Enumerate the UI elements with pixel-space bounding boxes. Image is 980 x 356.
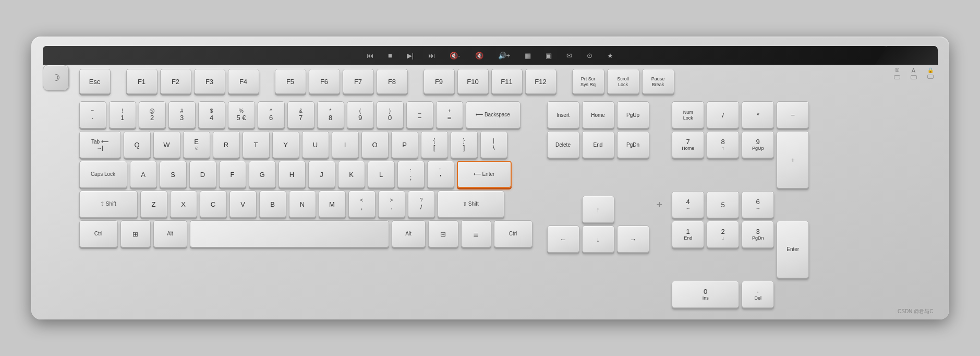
key-num8[interactable]: 8↑ bbox=[707, 131, 739, 158]
key-f1[interactable]: F1 bbox=[126, 69, 158, 94]
key-l[interactable]: L bbox=[368, 161, 395, 188]
key-capslock[interactable]: Caps Lock bbox=[79, 161, 127, 188]
key-0[interactable]: )0 bbox=[377, 101, 404, 128]
key-6[interactable]: ^6 bbox=[258, 101, 285, 128]
key-ctrl-right[interactable]: Ctrl bbox=[494, 220, 533, 247]
key-f10[interactable]: F10 bbox=[457, 69, 489, 94]
key-menu[interactable]: ≣ bbox=[461, 220, 491, 247]
key-f2[interactable]: F2 bbox=[160, 69, 191, 94]
key-f7[interactable]: F7 bbox=[343, 69, 374, 94]
media-next-icon[interactable]: ⏭ bbox=[428, 52, 435, 60]
key-comma[interactable]: <, bbox=[348, 191, 376, 218]
key-prtscr[interactable]: Prt ScrSys Rq bbox=[572, 69, 604, 94]
key-shift-left[interactable]: ⇧ Shift bbox=[79, 191, 138, 218]
key-f12[interactable]: F12 bbox=[525, 69, 556, 94]
key-o[interactable]: O bbox=[361, 131, 389, 158]
key-arrow-down[interactable]: ↓ bbox=[582, 226, 614, 253]
key-alt-right[interactable]: Alt bbox=[392, 220, 426, 247]
key-num1[interactable]: 1End bbox=[672, 221, 704, 248]
key-period[interactable]: >. bbox=[378, 191, 405, 218]
key-shift-right[interactable]: ⇧ Shift bbox=[438, 191, 504, 218]
media-photo-icon[interactable]: ⊙ bbox=[587, 52, 592, 60]
key-num6[interactable]: 6→ bbox=[742, 191, 774, 218]
key-backslash[interactable]: |\ bbox=[480, 131, 507, 158]
key-f4[interactable]: F4 bbox=[228, 69, 259, 94]
key-win-left[interactable]: ⊞ bbox=[120, 220, 151, 247]
key-i[interactable]: I bbox=[332, 131, 359, 158]
key-c[interactable]: C bbox=[200, 191, 227, 218]
key-e[interactable]: E€ bbox=[183, 131, 210, 158]
key-slash[interactable]: ?/ bbox=[408, 191, 435, 218]
key-backspace[interactable]: ⟵ Backspace bbox=[466, 101, 521, 128]
key-num9[interactable]: 9PgUp bbox=[742, 131, 774, 158]
media-play-icon[interactable]: ▶| bbox=[407, 52, 414, 60]
media-monitor-icon[interactable]: ▣ bbox=[546, 52, 552, 60]
key-num4[interactable]: 4← bbox=[672, 191, 704, 218]
key-p[interactable]: P bbox=[391, 131, 418, 158]
key-insert[interactable]: Insert bbox=[547, 101, 579, 128]
key-pgup[interactable]: PgUp bbox=[617, 101, 649, 128]
key-num2[interactable]: 2↓ bbox=[707, 221, 739, 248]
key-7[interactable]: &7 bbox=[287, 101, 314, 128]
media-vol-mute-icon[interactable]: 🔇- bbox=[450, 52, 460, 60]
key-f11[interactable]: F11 bbox=[491, 69, 523, 94]
key-ctrl-left[interactable]: Ctrl bbox=[79, 220, 118, 247]
media-prev-icon[interactable]: ⏮ bbox=[367, 52, 373, 60]
key-s[interactable]: S bbox=[160, 161, 187, 188]
key-num-enter[interactable]: Enter bbox=[777, 221, 809, 278]
key-f9[interactable]: F9 bbox=[424, 69, 455, 94]
sleep-button[interactable]: ☽ bbox=[43, 65, 69, 91]
media-cal-icon[interactable]: ▦ bbox=[525, 52, 531, 60]
key-u[interactable]: U bbox=[302, 131, 329, 158]
key-m[interactable]: M bbox=[319, 191, 346, 218]
key-2[interactable]: @2 bbox=[139, 101, 166, 128]
key-numlock[interactable]: NumLock bbox=[672, 101, 704, 128]
key-enter[interactable]: ⟵ Enter bbox=[457, 161, 512, 188]
key-b[interactable]: B bbox=[259, 191, 286, 218]
key-pgdn[interactable]: PgDn bbox=[617, 131, 649, 158]
key-x[interactable]: X bbox=[170, 191, 197, 218]
key-delete[interactable]: Delete bbox=[547, 131, 579, 158]
key-v[interactable]: V bbox=[229, 191, 257, 218]
key-num5[interactable]: 5 bbox=[707, 191, 739, 218]
key-w[interactable]: W bbox=[153, 131, 180, 158]
key-3[interactable]: #3 bbox=[168, 101, 196, 128]
key-alt-left[interactable]: Alt bbox=[153, 220, 187, 247]
key-tilde[interactable]: ~· bbox=[79, 101, 106, 128]
media-fav-icon[interactable]: ★ bbox=[607, 52, 613, 60]
key-space[interactable] bbox=[190, 220, 389, 247]
key-num-slash[interactable]: / bbox=[707, 101, 739, 128]
key-f3[interactable]: F3 bbox=[194, 69, 225, 94]
key-home[interactable]: Home bbox=[582, 101, 614, 128]
key-arrow-up[interactable]: ↑ bbox=[582, 196, 614, 223]
key-h[interactable]: H bbox=[279, 161, 306, 188]
key-arrow-left[interactable]: ← bbox=[547, 226, 579, 253]
key-9[interactable]: (9 bbox=[347, 101, 374, 128]
key-f6[interactable]: F6 bbox=[309, 69, 340, 94]
key-8[interactable]: *8 bbox=[317, 101, 344, 128]
key-scrolllock[interactable]: ScrollLock bbox=[607, 69, 639, 94]
key-lbracket[interactable]: {[ bbox=[421, 131, 448, 158]
key-num-plus[interactable]: + bbox=[777, 131, 809, 188]
key-win-right[interactable]: ⊞ bbox=[428, 220, 458, 247]
key-k[interactable]: K bbox=[338, 161, 365, 188]
key-num-star[interactable]: * bbox=[742, 101, 774, 128]
key-equals[interactable]: += bbox=[436, 101, 463, 128]
media-mail-icon[interactable]: ✉ bbox=[566, 52, 572, 60]
key-num0[interactable]: 0Ins bbox=[672, 281, 739, 308]
media-vol-up-icon[interactable]: 🔊+ bbox=[498, 52, 511, 60]
key-pause[interactable]: PauseBreak bbox=[642, 69, 674, 94]
key-5[interactable]: %5 € bbox=[228, 101, 255, 128]
key-r[interactable]: R bbox=[213, 131, 240, 158]
key-semicolon[interactable]: :; bbox=[397, 161, 425, 188]
key-esc[interactable]: Esc bbox=[79, 69, 111, 94]
key-q[interactable]: Q bbox=[124, 131, 151, 158]
media-stop-icon[interactable]: ■ bbox=[388, 52, 392, 60]
key-d[interactable]: D bbox=[189, 161, 216, 188]
key-a[interactable]: A bbox=[130, 161, 157, 188]
key-minus[interactable]: _− bbox=[406, 101, 433, 128]
key-4[interactable]: $4 bbox=[198, 101, 225, 128]
key-num7[interactable]: 7Home bbox=[672, 131, 704, 158]
key-rbracket[interactable]: }] bbox=[451, 131, 478, 158]
key-num3[interactable]: 3PgDn bbox=[742, 221, 774, 248]
